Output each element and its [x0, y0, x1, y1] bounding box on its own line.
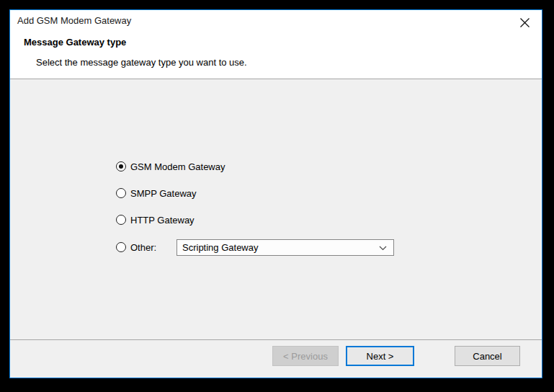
close-button[interactable] — [512, 12, 537, 33]
add-gsm-modem-gateway-dialog: Add GSM Modem Gateway Message Gateway ty… — [9, 9, 542, 378]
footer-separator — [10, 339, 542, 340]
dialog-header: Add GSM Modem Gateway Message Gateway ty… — [10, 10, 542, 79]
radio-option-http-gateway[interactable]: HTTP Gateway — [116, 214, 195, 226]
radio-label: HTTP Gateway — [130, 215, 195, 226]
chevron-down-icon — [379, 246, 387, 251]
screen-background: Add GSM Modem Gateway Message Gateway ty… — [0, 0, 554, 392]
page-subtitle: Select the message gateway type you want… — [36, 57, 247, 68]
radio-option-smpp-gateway[interactable]: SMPP Gateway — [116, 187, 197, 199]
next-button[interactable]: Next > — [346, 346, 414, 366]
radio-label: SMPP Gateway — [130, 188, 197, 199]
other-gateway-select[interactable]: Scripting Gateway — [177, 239, 394, 256]
radio-label: Other: — [130, 242, 156, 253]
radio-button[interactable] — [116, 215, 126, 225]
window-title: Add GSM Modem Gateway — [17, 15, 131, 26]
previous-button[interactable]: < Previous — [272, 346, 339, 366]
cancel-button[interactable]: Cancel — [455, 346, 520, 366]
radio-button[interactable] — [116, 188, 126, 198]
selected-option-label: Scripting Gateway — [182, 242, 259, 253]
radio-option-gsm-modem-gateway[interactable]: GSM Modem Gateway — [116, 161, 225, 172]
radio-button[interactable] — [116, 161, 126, 172]
radio-button[interactable] — [116, 242, 126, 252]
page-title: Message Gateway type — [24, 37, 126, 48]
radio-option-other[interactable]: Other: — [116, 241, 156, 253]
radio-label: GSM Modem Gateway — [130, 161, 225, 172]
close-icon — [519, 17, 530, 28]
